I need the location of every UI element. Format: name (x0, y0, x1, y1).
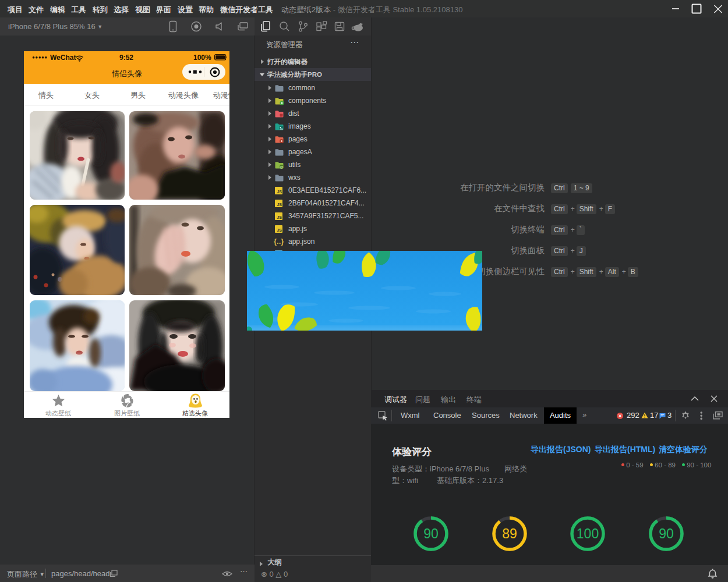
svg-text:89: 89 (502, 526, 517, 541)
svg-text:@: @ (280, 165, 283, 169)
svg-text:90: 90 (659, 526, 674, 541)
svg-text:90: 90 (423, 526, 439, 541)
svg-text:100: 100 (577, 526, 599, 541)
